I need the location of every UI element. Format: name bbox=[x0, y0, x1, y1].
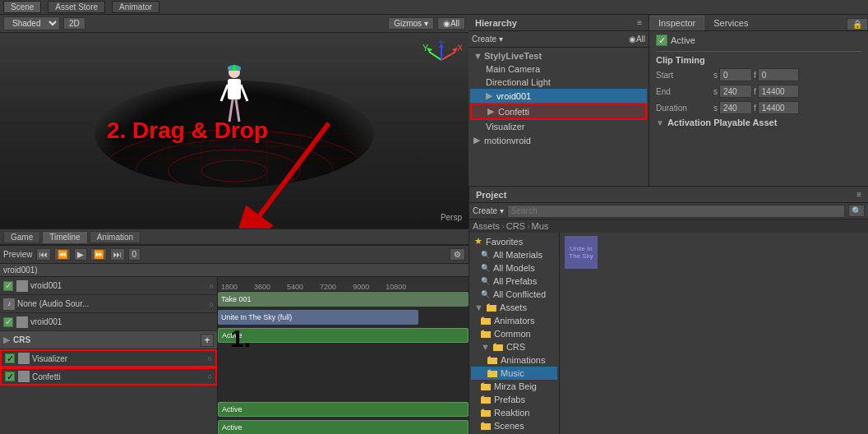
keyframe-area[interactable]: 1800 3600 5400 7200 9000 10800 Take 001 … bbox=[218, 277, 469, 434]
unite-in-sky-asset[interactable]: Unite In The Sky bbox=[561, 234, 866, 270]
mirza-beig-folder[interactable]: Mirza Beig bbox=[471, 380, 557, 393]
breadcrumb-mus: Mus bbox=[532, 221, 549, 231]
clip-take[interactable]: Take 001 bbox=[218, 292, 469, 307]
reaktion-folder[interactable]: Reaktion bbox=[471, 406, 557, 419]
prefabs-folder-icon bbox=[481, 395, 491, 404]
tl-forward-btn[interactable]: ⏩ bbox=[90, 248, 107, 261]
scene-tab[interactable]: Scene bbox=[3, 1, 41, 13]
crs-group-header[interactable]: ▶ CRS + bbox=[0, 331, 217, 349]
project-menu-btn[interactable]: ≡ bbox=[856, 190, 861, 199]
track-vroid001-2[interactable]: ✓ vroid001 bbox=[0, 313, 217, 331]
track-check-2[interactable]: ✓ bbox=[3, 317, 13, 327]
end-f-input[interactable] bbox=[758, 85, 799, 98]
svg-text:Y: Y bbox=[422, 43, 429, 53]
track-visualizer[interactable]: ✓ Visualizer ○ bbox=[0, 349, 217, 367]
all-models-item[interactable]: 🔍 All Models bbox=[471, 261, 557, 275]
hierarchy-menu-btn[interactable]: ≡ bbox=[637, 18, 642, 27]
start-s-label: s bbox=[713, 71, 718, 80]
common-label: Common bbox=[494, 329, 531, 339]
clip-active-3[interactable]: Active bbox=[218, 420, 469, 434]
tl-rewind-btn[interactable]: ⏪ bbox=[54, 248, 71, 261]
mirza-beig-label: Mirza Beig bbox=[494, 381, 537, 391]
ruler-3600: 3600 bbox=[254, 283, 270, 291]
assets-folder-icon bbox=[487, 303, 496, 312]
all-models-icon: 🔍 bbox=[481, 264, 490, 272]
hierarchy-vroid001[interactable]: ▶ vroid001 bbox=[470, 89, 647, 103]
all-conflicted-item[interactable]: 🔍 All Conflicted bbox=[471, 288, 557, 301]
tl-play-btn[interactable]: ▶ bbox=[74, 248, 87, 261]
music-subfolder[interactable]: Music bbox=[471, 367, 557, 380]
music-label: Music bbox=[501, 368, 524, 378]
clip-active-1[interactable]: Active bbox=[218, 328, 469, 343]
perspective-label: Persp bbox=[441, 213, 462, 222]
start-s-input[interactable] bbox=[719, 68, 752, 81]
animators-folder[interactable]: Animators bbox=[471, 314, 557, 327]
svg-text:Z: Z bbox=[439, 39, 445, 44]
all-materials-item[interactable]: 🔍 All Materials bbox=[471, 248, 557, 261]
animations-subfolder[interactable]: Animations bbox=[471, 353, 557, 367]
tl-prev-btn[interactable]: ⏮ bbox=[36, 248, 51, 261]
clip-audio[interactable]: Unite In The Sky (full) bbox=[218, 310, 418, 325]
crs-folder[interactable]: ▼ CRS bbox=[471, 340, 557, 353]
gizmos-btn[interactable]: Gizmos ▾ bbox=[388, 17, 434, 30]
track-audio[interactable]: ♪ None (Audio Sour... ○ bbox=[0, 295, 217, 313]
hierarchy-confetti[interactable]: ▶ Confetti bbox=[470, 103, 647, 120]
duration-row: Duration s f bbox=[656, 101, 861, 114]
animations-label: Animations bbox=[501, 355, 545, 365]
track-vroid001-1[interactable]: ✓ vroid001 ○ bbox=[0, 277, 217, 295]
common-folder[interactable]: Common bbox=[471, 327, 557, 340]
2d-toggle[interactable]: 2D bbox=[63, 17, 85, 30]
scene-root-item[interactable]: ▼ StylyLiveTest bbox=[470, 49, 647, 62]
hierarchy-directional-light[interactable]: Directional Light bbox=[470, 76, 647, 89]
shading-select[interactable]: Shaded bbox=[3, 16, 60, 30]
create-label[interactable]: Create ▾ bbox=[472, 35, 503, 44]
hierarchy-motionvroid[interactable]: ▶ motionvroid bbox=[470, 133, 647, 147]
project-search-input[interactable] bbox=[507, 205, 845, 218]
favorites-folder[interactable]: ★ Favorites bbox=[471, 234, 557, 248]
track-check-1[interactable]: ✓ bbox=[3, 281, 13, 291]
visualizer-label: Visualizer bbox=[486, 122, 525, 132]
asset-thumbnail: Unite In The Sky bbox=[565, 236, 598, 269]
inspector-lock-btn[interactable]: 🔒 bbox=[847, 18, 868, 30]
end-s-input[interactable] bbox=[719, 85, 752, 98]
duration-f-input[interactable] bbox=[758, 101, 799, 114]
axis-gizmo: X Y Z bbox=[421, 39, 462, 82]
game-tab[interactable]: Game bbox=[3, 231, 40, 243]
animation-tab[interactable]: Animation bbox=[90, 231, 141, 243]
scenes-folder[interactable]: Scenes bbox=[471, 419, 557, 432]
tl-settings-btn[interactable]: ⚙ bbox=[450, 248, 465, 261]
assets-folder[interactable]: ▼ Assets bbox=[471, 301, 557, 314]
project-create-label[interactable]: Create ▾ bbox=[473, 206, 504, 215]
clip-timing-section: Clip Timing bbox=[656, 51, 861, 65]
start-f-input[interactable] bbox=[758, 68, 799, 81]
hierarchy-visualizer[interactable]: Visualizer bbox=[470, 120, 647, 133]
prefabs-folder[interactable]: Prefabs bbox=[471, 393, 557, 406]
crs-add-btn[interactable]: + bbox=[201, 334, 214, 347]
all-prefabs-item[interactable]: 🔍 All Prefabs bbox=[471, 275, 557, 288]
all-prefabs-icon: 🔍 bbox=[481, 277, 490, 285]
inspector-tab-inspector[interactable]: Inspector bbox=[649, 16, 704, 30]
start-row: Start s f bbox=[656, 68, 861, 81]
duration-s-input[interactable] bbox=[719, 101, 752, 114]
track-icon-1 bbox=[16, 280, 28, 292]
crs-expand-icon: ▶ bbox=[3, 335, 10, 345]
hierarchy-main-camera[interactable]: Main Camera bbox=[470, 62, 647, 76]
tl-next-btn[interactable]: ⏭ bbox=[110, 248, 125, 261]
clip-active-2[interactable]: Active bbox=[218, 402, 469, 417]
assets-expand-icon: ▼ bbox=[474, 302, 483, 312]
start-f-label: f bbox=[754, 71, 756, 80]
track-check-viz[interactable]: ✓ bbox=[5, 353, 15, 363]
asset-store-tab[interactable]: Asset Store bbox=[48, 1, 105, 13]
activation-row: ▼ Activation Playable Asset bbox=[656, 118, 861, 127]
track-confetti[interactable]: ✓ Confetti ○ bbox=[0, 367, 217, 386]
active-checkbox[interactable]: ✓ bbox=[656, 35, 667, 46]
all-btn[interactable]: ◉All bbox=[437, 17, 465, 30]
project-search-btn[interactable]: 🔍 bbox=[848, 205, 865, 217]
inspector-tab-services[interactable]: Services bbox=[704, 16, 757, 30]
track-check-confetti[interactable]: ✓ bbox=[5, 372, 15, 381]
timeline-tab[interactable]: Timeline bbox=[42, 231, 87, 243]
breadcrumb-crs: CRS bbox=[506, 221, 525, 231]
animator-tab[interactable]: Animator bbox=[112, 1, 159, 13]
project-tree: ★ Favorites 🔍 All Materials 🔍 All Models… bbox=[469, 233, 560, 434]
mirza-beig-icon bbox=[481, 382, 491, 390]
